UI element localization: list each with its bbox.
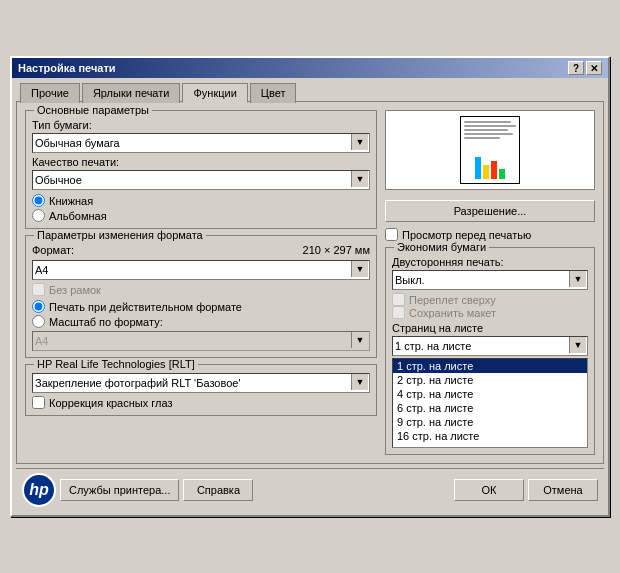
main-window: Настройка печати ? ✕ Прочие Ярлыки печат…	[10, 56, 610, 517]
listbox-item-3[interactable]: 6 стр. на листе	[393, 401, 587, 415]
preview-line-3	[464, 129, 508, 131]
bind-top-text: Переплет сверху	[409, 294, 496, 306]
preview-line-1	[464, 121, 511, 123]
landscape-radio[interactable]	[32, 209, 45, 222]
red-eye-label[interactable]: Коррекция красных глаз	[32, 396, 370, 409]
services-button[interactable]: Службы принтера...	[60, 479, 179, 501]
chart-bar-2	[483, 165, 489, 179]
bottom-bar: hp Службы принтера... Справка ОК Отмена	[16, 468, 604, 511]
format-size: 210 × 297 мм	[303, 244, 370, 256]
resolution-button[interactable]: Разрешение...	[385, 200, 595, 222]
scale-format-radio-label[interactable]: Масштаб по формату:	[32, 315, 370, 328]
duplex-select[interactable]: Выкл.	[392, 270, 588, 290]
rlt-group: HP Real Life Technologies [RLT] Закрепле…	[25, 364, 377, 416]
title-bar-buttons: ? ✕	[568, 61, 602, 75]
help-title-btn[interactable]: ?	[568, 61, 584, 75]
preview-checkbox-label[interactable]: Просмотр перед печатью	[385, 228, 595, 241]
listbox-item-2[interactable]: 4 стр. на листе	[393, 387, 587, 401]
pages-per-sheet-label: Страниц на листе	[392, 322, 588, 334]
print-quality-select-wrapper: Обычное	[32, 170, 370, 190]
tab-bar: Прочие Ярлыки печати Функции Цвет	[16, 82, 604, 102]
paper-type-select[interactable]: Обычная бумага	[32, 133, 370, 153]
chart-bar-4	[499, 169, 505, 179]
paper-type-label: Тип бумаги:	[32, 119, 370, 131]
economy-title: Экономия бумаги	[394, 241, 489, 253]
no-borders-checkbox	[32, 283, 45, 296]
bind-top-checkbox	[392, 293, 405, 306]
actual-size-radio[interactable]	[32, 300, 45, 313]
format-params-group: Параметры изменения формата Формат: 210 …	[25, 235, 377, 358]
no-borders-text: Без рамок	[49, 284, 101, 296]
landscape-label: Альбомная	[49, 210, 107, 222]
portrait-label: Книжная	[49, 195, 93, 207]
basic-params-group: Основные параметры Тип бумаги: Обычная б…	[25, 110, 377, 229]
tab-color[interactable]: Цвет	[250, 83, 297, 103]
scale-format-label: Масштаб по формату:	[49, 316, 163, 328]
preview-label: Просмотр перед печатью	[402, 229, 531, 241]
bottom-left: hp Службы принтера... Справка	[22, 473, 253, 507]
rlt-select[interactable]: Закрепление фотографий RLT 'Базовое'	[32, 373, 370, 393]
red-eye-checkbox[interactable]	[32, 396, 45, 409]
red-eye-text: Коррекция красных глаз	[49, 397, 172, 409]
print-quality-select[interactable]: Обычное	[32, 170, 370, 190]
scale-format-radio[interactable]	[32, 315, 45, 328]
hp-logo: hp	[22, 473, 56, 507]
chart-bar-3	[491, 161, 497, 179]
red-eye-wrapper: Коррекция красных глаз	[32, 396, 370, 409]
listbox-item-0[interactable]: 1 стр. на листе	[393, 359, 587, 373]
pages-select[interactable]: 1 стр. на листе	[392, 336, 588, 356]
bind-top-wrapper: Переплет сверху	[392, 293, 588, 306]
tab-shortcuts[interactable]: Ярлыки печати	[82, 83, 181, 103]
preview-checkbox[interactable]	[385, 228, 398, 241]
save-layout-text: Сохранить макет	[409, 307, 496, 319]
close-title-btn[interactable]: ✕	[586, 61, 602, 75]
scale-group: Печать при действительном формате Масшта…	[32, 300, 370, 328]
scale-select: A4	[32, 331, 370, 351]
bottom-right: ОК Отмена	[454, 479, 598, 501]
preview-inner	[460, 116, 520, 184]
paper-type-select-wrapper: Обычная бумага	[32, 133, 370, 153]
orientation-group: Книжная Альбомная	[32, 194, 370, 222]
preview-line-5	[464, 137, 500, 139]
duplex-select-wrapper: Выкл.	[392, 270, 588, 290]
tab-prochie[interactable]: Прочие	[20, 83, 80, 103]
tab-content: Основные параметры Тип бумаги: Обычная б…	[16, 101, 604, 464]
rlt-select-wrapper: Закрепление фотографий RLT 'Базовое'	[32, 373, 370, 393]
bind-top-label: Переплет сверху	[392, 293, 588, 306]
pages-select-wrapper: 1 стр. на листе	[392, 336, 588, 356]
landscape-radio-label[interactable]: Альбомная	[32, 209, 370, 222]
print-quality-label: Качество печати:	[32, 156, 370, 168]
economy-group: Экономия бумаги Двусторонняя печать: Вык…	[385, 247, 595, 455]
actual-size-label: Печать при действительном формате	[49, 301, 242, 313]
right-column: Разрешение... Просмотр перед печатью Эко…	[385, 110, 595, 455]
ok-button[interactable]: ОК	[454, 479, 524, 501]
listbox-item-4[interactable]: 9 стр. на листе	[393, 415, 587, 429]
preview-line-4	[464, 133, 513, 135]
portrait-radio-label[interactable]: Книжная	[32, 194, 370, 207]
format-select-wrapper: A4	[32, 260, 370, 280]
preview-chart	[475, 157, 505, 179]
basic-params-title: Основные параметры	[34, 104, 152, 116]
format-label: Формат:	[32, 244, 74, 256]
save-layout-wrapper: Сохранить макет	[392, 306, 588, 319]
listbox-item-5[interactable]: 16 стр. на листе	[393, 429, 587, 443]
preview-line-2	[464, 125, 516, 127]
save-layout-checkbox	[392, 306, 405, 319]
duplex-label: Двусторонняя печать:	[392, 256, 588, 268]
no-borders-label: Без рамок	[32, 283, 370, 296]
title-bar: Настройка печати ? ✕	[12, 58, 608, 78]
cancel-button[interactable]: Отмена	[528, 479, 598, 501]
pages-listbox[interactable]: 1 стр. на листе 2 стр. на листе 4 стр. н…	[392, 358, 588, 448]
portrait-radio[interactable]	[32, 194, 45, 207]
format-select[interactable]: A4	[32, 260, 370, 280]
tab-functions[interactable]: Функции	[182, 83, 247, 103]
listbox-item-1[interactable]: 2 стр. на листе	[393, 373, 587, 387]
window-title: Настройка печати	[18, 62, 116, 74]
left-column: Основные параметры Тип бумаги: Обычная б…	[25, 110, 377, 455]
scale-select-wrapper: A4	[32, 331, 370, 351]
actual-size-radio-label[interactable]: Печать при действительном формате	[32, 300, 370, 313]
rlt-title: HP Real Life Technologies [RLT]	[34, 358, 198, 370]
help-button[interactable]: Справка	[183, 479, 253, 501]
chart-bar-1	[475, 157, 481, 179]
save-layout-label: Сохранить макет	[392, 306, 588, 319]
